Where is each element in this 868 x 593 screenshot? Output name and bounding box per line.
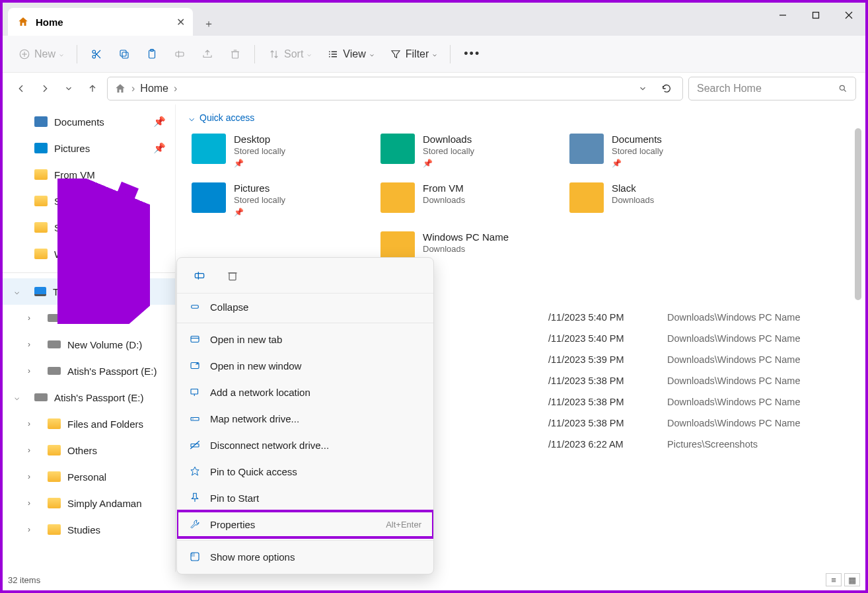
svg-rect-11 [122, 52, 128, 58]
sidebar-ext-drive[interactable]: ⌵ Atish's Passport (E:) [3, 384, 175, 411]
separator [177, 540, 433, 541]
ctx-properties[interactable]: PropertiesAlt+Enter [177, 511, 433, 537]
new-button[interactable]: New ⌵ [12, 42, 70, 66]
filter-icon [390, 48, 402, 60]
sidebar: Documents📌Pictures📌From VMSlackSlack RSS… [3, 104, 176, 573]
ctx-open-tab[interactable]: Open in new tab [177, 326, 433, 352]
scrollbar-main[interactable] [855, 128, 863, 571]
sidebar-folder[interactable]: ›Simply Andaman [3, 490, 175, 516]
paste-icon [146, 48, 158, 60]
tab-icon [189, 333, 201, 345]
sidebar-folder[interactable]: ›Files and Folders [3, 411, 175, 437]
ctx-pin-start[interactable]: Pin to Start [177, 485, 433, 511]
icons-view-button[interactable]: ▦ [844, 573, 860, 586]
sidebar-folder[interactable]: ›Studies [3, 516, 175, 543]
new-tab-button[interactable]: ＋ [197, 12, 221, 36]
drive-icon [34, 393, 48, 401]
paste-button[interactable] [139, 42, 164, 66]
chevron-right-icon[interactable]: › [28, 472, 30, 481]
copy-button[interactable] [112, 42, 137, 66]
refresh-button[interactable] [657, 83, 676, 94]
sidebar-this-pc[interactable]: ⌵ This PC [3, 278, 175, 305]
quickaccess-item[interactable]: From VMDownloads [378, 180, 556, 219]
chevron-right-icon[interactable]: › [28, 366, 30, 376]
ctx-disconnect-drive[interactable]: Disconnect network drive... [177, 432, 433, 458]
filter-button[interactable]: Filter ⌵ [383, 42, 444, 66]
disconnect-icon [189, 439, 201, 451]
maximize-button[interactable] [799, 3, 832, 28]
sidebar-item[interactable]: From VM [3, 161, 175, 188]
details-view-button[interactable]: ≡ [826, 573, 842, 586]
more-button[interactable]: ••• [457, 42, 487, 66]
sidebar-item[interactable]: Slack [3, 188, 175, 214]
recent-locations-button[interactable] [59, 79, 78, 98]
delete-button[interactable] [223, 42, 248, 66]
back-button[interactable] [12, 79, 30, 98]
sidebar-drive[interactable]: ›New Volume (D:) [3, 331, 175, 358]
status-bar: 32 items ≡ ▦ [8, 572, 860, 588]
quickaccess-item[interactable]: PicturesStored locally📌 [189, 180, 367, 219]
chevron-down-icon: ⌵ [189, 112, 194, 123]
chevron-down-icon: ⌵ [59, 50, 63, 58]
section-quickaccess[interactable]: ⌵ Quick access [189, 112, 852, 123]
ctx-map-drive[interactable]: Map network drive... [177, 405, 433, 432]
view-button[interactable]: View ⌵ [320, 42, 380, 66]
chevron-down-icon[interactable]: ⌵ [15, 393, 19, 402]
quickaccess-item[interactable]: DownloadsStored locally📌 [378, 131, 556, 171]
svg-line-9 [95, 52, 100, 58]
sidebar-drive[interactable]: ›OS (C:) [3, 305, 175, 331]
address-bar[interactable]: › Home › [107, 77, 683, 100]
ctx-open-window[interactable]: Open in new window [177, 352, 433, 379]
up-button[interactable] [83, 79, 102, 98]
sort-button[interactable]: Sort ⌵ [262, 42, 318, 66]
ctx-pin-quickaccess[interactable]: Pin to Quick access [177, 458, 433, 485]
pin-icon: 📌 [234, 208, 285, 217]
minimize-button[interactable] [766, 3, 799, 28]
breadcrumb-current[interactable]: Home [140, 83, 168, 95]
folder-icon [34, 196, 48, 206]
pc-icon [34, 287, 46, 296]
chevron-right-icon[interactable]: › [28, 340, 30, 349]
ctx-rename-button[interactable] [190, 266, 209, 285]
chevron-right-icon[interactable]: › [28, 498, 30, 508]
ctx-collapse[interactable]: Collapse [177, 294, 433, 320]
view-icon [327, 48, 339, 60]
quickaccess-item[interactable]: DocumentsStored locally📌 [567, 131, 745, 171]
chevron-down-icon[interactable]: ⌵ [15, 287, 19, 296]
rename-button[interactable] [167, 42, 192, 66]
svg-rect-1 [813, 13, 819, 19]
nav-row: › Home › Search Home [3, 73, 865, 104]
rename-icon [174, 48, 186, 60]
sidebar-item[interactable]: Documents📌 [3, 108, 175, 135]
close-tab-icon[interactable]: ✕ [176, 16, 185, 28]
ctx-delete-button[interactable] [223, 266, 242, 285]
scroll-thumb[interactable] [855, 128, 861, 300]
folder-icon [380, 182, 415, 213]
ctx-add-network[interactable]: Add a network location [177, 379, 433, 405]
sidebar-item[interactable]: Windows PC Name [3, 241, 175, 267]
svg-point-40 [192, 418, 194, 420]
svg-rect-39 [191, 418, 199, 421]
close-window-button[interactable] [832, 3, 865, 28]
search-input[interactable]: Search Home [688, 77, 856, 100]
chevron-right-icon[interactable]: › [28, 525, 30, 534]
sidebar-drive[interactable]: ›Atish's Passport (E:) [3, 358, 175, 384]
chevron-right-icon[interactable]: › [28, 446, 30, 455]
folder-icon [192, 134, 226, 164]
cut-button[interactable] [84, 42, 109, 66]
separator [3, 272, 175, 273]
address-history-button[interactable] [633, 84, 652, 93]
quickaccess-item[interactable]: SlackDownloads [567, 180, 745, 219]
svg-line-42 [190, 441, 199, 449]
sidebar-folder[interactable]: ›Others [3, 437, 175, 463]
share-button[interactable] [195, 42, 220, 66]
forward-button[interactable] [36, 79, 54, 98]
chevron-right-icon[interactable]: › [28, 419, 30, 428]
sidebar-item[interactable]: Pictures📌 [3, 135, 175, 161]
quickaccess-item[interactable]: DesktopStored locally📌 [189, 131, 367, 171]
sidebar-folder[interactable]: ›Personal [3, 463, 175, 490]
sidebar-item[interactable]: Slack RSS [3, 214, 175, 241]
tab-home[interactable]: Home ✕ [8, 8, 193, 36]
chevron-right-icon[interactable]: › [28, 313, 30, 323]
ctx-show-more[interactable]: Show more options [177, 543, 433, 570]
